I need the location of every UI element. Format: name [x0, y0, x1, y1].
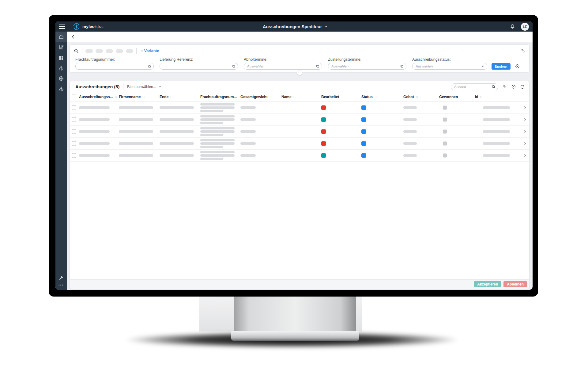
skeleton-cell [79, 142, 110, 145]
sidebar-item-global[interactable] [55, 73, 67, 84]
avatar-initials: LE [523, 25, 527, 29]
bell-icon[interactable] [510, 24, 515, 29]
main-content: + Variante Frachtauftragsnummer: [67, 42, 533, 290]
gewonnen-indicator [443, 106, 447, 110]
column-header-ende[interactable]: Ende↑↓ [160, 95, 172, 99]
page-title: Ausschreibungen Spediteur [263, 24, 322, 29]
reset-history-icon[interactable] [515, 64, 520, 69]
column-header-gebot[interactable]: Gebot↑↓ [403, 95, 418, 99]
sort-icon[interactable]: ↑↓ [480, 95, 482, 99]
skeleton-cell [240, 154, 256, 157]
column-header-gesamtgewicht[interactable]: Gesamtgewicht↑↓ [240, 95, 268, 99]
sort-icon[interactable]: ↑↓ [416, 95, 418, 99]
column-header-frachtauftragsnum[interactable]: Frachtauftragsnum...↑↓ [200, 95, 237, 99]
column-header-gewonnen[interactable]: Gewonnen↑↓ [439, 95, 458, 99]
abholtermine-select[interactable] [244, 63, 322, 70]
row-checkbox[interactable] [72, 129, 76, 134]
row-chevron-right-icon[interactable] [523, 118, 527, 122]
app-header: myleo/dsc Ausschreibungen Spediteur LE [55, 21, 533, 32]
search-icon [74, 48, 79, 54]
table-history-icon[interactable] [511, 84, 516, 89]
back-chevron-icon[interactable] [71, 35, 75, 39]
copy-icon[interactable] [232, 64, 236, 68]
column-header-id[interactable]: id↑↓ [475, 95, 482, 99]
quick-search-row: + Variante [70, 45, 529, 57]
table-settings-icon[interactable] [502, 84, 507, 89]
skeleton-cell [119, 142, 153, 145]
gewonnen-indicator [443, 142, 447, 146]
page-title-dropdown[interactable]: Ausschreibungen Spediteur [263, 21, 328, 32]
row-checkbox[interactable] [72, 153, 76, 158]
skeleton-cell [240, 106, 256, 109]
collapse-filters-toggle[interactable] [297, 70, 302, 75]
sort-icon[interactable]: ↑↓ [293, 95, 296, 99]
sort-icon[interactable]: ↑↓ [374, 95, 377, 99]
column-header-bearbeitet[interactable]: Bearbeitet↑↓ [321, 95, 339, 99]
variante-link[interactable]: + Variante [141, 49, 159, 53]
panel-settings-icon[interactable] [520, 48, 526, 53]
table-row[interactable] [70, 114, 529, 126]
skeleton-cell [240, 142, 256, 145]
chevron-down-icon[interactable] [481, 64, 485, 68]
skeleton-cell [240, 118, 256, 121]
filter-ausschreibungsstatus: Ausschreibungsstatus: [412, 57, 487, 70]
copy-icon[interactable] [400, 64, 404, 68]
row-checkbox[interactable] [72, 117, 76, 122]
frachtauftragsnummer-input[interactable] [75, 63, 154, 70]
table-row[interactable] [70, 150, 529, 162]
sort-icon[interactable]: ↑↓ [115, 95, 117, 99]
skeleton-multiline-cell [200, 151, 235, 160]
monitor-screen: myleo/dsc Ausschreibungen Spediteur LE [49, 15, 538, 297]
sidebar-item-port-1[interactable] [55, 63, 67, 73]
copy-icon[interactable] [147, 64, 151, 68]
akzeptieren-button[interactable]: Akzeptieren [474, 281, 501, 287]
table-row[interactable] [70, 126, 529, 138]
sidebar-item-statistics[interactable] [55, 42, 67, 52]
row-chevron-right-icon[interactable] [523, 142, 527, 146]
hamburger-menu-icon[interactable] [59, 25, 65, 29]
skeleton-cell [160, 106, 194, 109]
sidebar-item-port-2[interactable] [55, 84, 67, 94]
status-indicator [361, 105, 366, 110]
column-header-firmenname[interactable]: Firmenname↑↓ [119, 95, 145, 99]
column-header-status[interactable]: Status↑↓ [361, 95, 377, 99]
gewonnen-indicator [443, 130, 447, 134]
table-row[interactable] [70, 138, 529, 150]
skeleton-cell [240, 130, 256, 133]
row-checkbox[interactable] [72, 105, 76, 110]
skeleton-cell [403, 142, 417, 145]
brand-text: myleo/dsc [82, 24, 104, 29]
row-chevron-right-icon[interactable] [523, 154, 527, 158]
bulk-action-select[interactable]: Bitte auswählen... [127, 85, 161, 89]
select-all-checkbox[interactable] [72, 95, 76, 99]
sidebar-item-tools[interactable] [55, 273, 67, 283]
search-icon[interactable] [492, 85, 496, 89]
ausschreibungsstatus-select[interactable] [412, 63, 487, 70]
zustellungstermine-select[interactable] [328, 63, 406, 70]
row-chevron-right-icon[interactable] [523, 106, 527, 110]
brand[interactable]: myleo/dsc [73, 23, 104, 30]
table-panel: Ausschreibungen (5) Bitte auswählen... [70, 81, 530, 289]
column-header-ausschreibungs[interactable]: Ausschreibungss...↑↓ [79, 95, 117, 99]
avatar[interactable]: LE [521, 23, 529, 31]
sidebar-item-dashboard[interactable] [55, 52, 67, 63]
skeleton-cell [119, 118, 153, 121]
suchen-button[interactable]: Suchen [492, 63, 511, 70]
copy-icon[interactable] [316, 64, 320, 68]
lieferung-referenz-input[interactable] [160, 63, 238, 70]
row-checkbox[interactable] [72, 141, 76, 146]
sort-icon[interactable]: ↑↓ [142, 95, 145, 99]
table-row[interactable] [70, 102, 529, 114]
table-search-input[interactable] [451, 83, 498, 90]
monitor-mockup: myleo/dsc Ausschreibungen Spediteur LE [0, 0, 588, 368]
home-icon [58, 34, 64, 40]
skeleton-multiline-cell [200, 115, 235, 124]
column-header-name[interactable]: Name↑↓ [281, 95, 296, 99]
row-chevron-right-icon[interactable] [523, 130, 527, 134]
more-icon[interactable]: ••• [58, 283, 64, 287]
sort-icon[interactable]: ↑↓ [170, 95, 172, 99]
sidebar-item-home[interactable] [55, 32, 67, 42]
filter-label: Zustellungstermine: [328, 57, 406, 62]
ablehnen-button[interactable]: Ablehnen [503, 281, 527, 287]
table-refresh-icon[interactable] [520, 84, 525, 89]
